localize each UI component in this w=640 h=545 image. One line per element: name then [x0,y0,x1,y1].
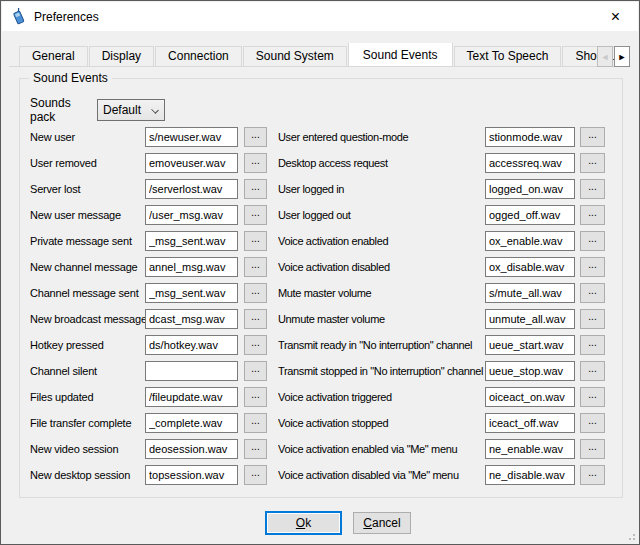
sound-event-row: Voice activation enabled via "Me" menu .… [278,436,624,462]
sound-file-input[interactable] [145,231,238,251]
sound-event-label: User removed [30,157,145,169]
sound-event-row: User entered question-mode ... [278,124,624,150]
tab-sound-events[interactable]: Sound Events [348,43,453,67]
sound-file-input[interactable] [485,309,575,329]
resize-grip[interactable] [626,531,636,541]
cancel-rest: ancel [372,516,401,530]
browse-button[interactable]: ... [580,153,605,173]
browse-button[interactable]: ... [244,153,267,173]
browse-button[interactable]: ... [580,387,605,407]
browse-button[interactable]: ... [580,127,605,147]
app-icon [10,8,27,25]
browse-button[interactable]: ... [244,231,267,251]
sound-file-input[interactable] [145,127,238,147]
tab-connection[interactable]: Connection [155,46,242,66]
sound-file-input[interactable] [145,179,238,199]
browse-button[interactable]: ... [580,439,605,459]
sound-file-input[interactable] [485,153,575,173]
sound-event-row: Channel message sent ... [30,280,268,306]
sound-event-row: Voice activation triggered ... [278,384,624,410]
sound-event-label: User entered question-mode [278,131,485,143]
sound-file-input[interactable] [145,335,238,355]
tab-display[interactable]: Display [89,46,154,66]
sound-file-input[interactable] [485,413,575,433]
sound-event-label: Transmit ready in "No interruption" chan… [278,339,485,351]
sound-event-row: Voice activation stopped ... [278,410,624,436]
tab-bar: General Display Connection Sound System … [9,43,631,67]
sound-file-input[interactable] [145,439,238,459]
browse-button[interactable]: ... [580,335,605,355]
sound-event-label: User logged in [278,183,485,195]
sound-file-input[interactable] [485,231,575,251]
browse-button[interactable]: ... [580,257,605,277]
sound-file-input[interactable] [145,465,238,485]
sounds-pack-row: Sounds pack Default [30,96,165,124]
sound-event-label: Voice activation enabled [278,235,485,247]
sound-file-input[interactable] [485,283,575,303]
cancel-mnemonic: C [363,516,372,530]
ok-button[interactable]: Ok [265,511,342,535]
browse-button[interactable]: ... [580,283,605,303]
sound-event-label: Mute master volume [278,287,485,299]
browse-button[interactable]: ... [244,179,267,199]
sound-event-label: Voice activation triggered [278,391,485,403]
browse-button[interactable]: ... [244,413,267,433]
browse-button[interactable]: ... [580,361,605,381]
sound-file-input[interactable] [485,127,575,147]
sound-file-input[interactable] [145,205,238,225]
tab-text-to-speech[interactable]: Text To Speech [454,46,562,66]
sound-file-input[interactable] [145,387,238,407]
sound-event-row: User removed ... [30,150,268,176]
sound-event-row: User logged out ... [278,202,624,228]
sound-file-input[interactable] [485,257,575,277]
browse-button[interactable]: ... [580,309,605,329]
sound-event-row: Server lost ... [30,176,268,202]
browse-button[interactable]: ... [580,413,605,433]
tab-scroll-right-icon[interactable]: ► [614,46,630,67]
tab-sound-system[interactable]: Sound System [243,46,347,66]
sound-file-input[interactable] [145,309,238,329]
sound-file-input[interactable] [145,413,238,433]
sound-event-row: Transmit stopped in "No interruption" ch… [278,358,624,384]
browse-button[interactable]: ... [580,465,605,485]
browse-button[interactable]: ... [244,205,267,225]
sound-event-label: Channel message sent [30,287,145,299]
sound-file-input[interactable] [145,153,238,173]
preferences-dialog: Preferences × General Display Connection… [0,0,640,545]
sound-file-input[interactable] [485,179,575,199]
browse-button[interactable]: ... [244,309,267,329]
browse-button[interactable]: ... [580,205,605,225]
browse-button[interactable]: ... [580,231,605,251]
sound-file-input[interactable] [485,387,575,407]
sounds-pack-value: Default [103,103,141,117]
sound-event-label: Server lost [30,183,145,195]
browse-button[interactable]: ... [244,465,267,485]
sound-file-input[interactable] [145,257,238,277]
sound-event-row: Mute master volume ... [278,280,624,306]
sound-file-input[interactable] [485,439,575,459]
browse-button[interactable]: ... [580,179,605,199]
browse-button[interactable]: ... [244,335,267,355]
sound-event-row: User logged in ... [278,176,624,202]
sound-event-row: Unmute master volume ... [278,306,624,332]
tab-general[interactable]: General [19,46,88,66]
sound-file-input[interactable] [485,205,575,225]
tab-scroll-left-icon[interactable]: ◄ [597,46,613,67]
ok-mnemonic: O [296,516,305,530]
sound-event-row: Desktop access request ... [278,150,624,176]
browse-button[interactable]: ... [244,439,267,459]
sound-event-label: New user message [30,209,145,221]
sound-file-input[interactable] [145,283,238,303]
sound-file-input[interactable] [485,361,575,381]
sounds-pack-dropdown[interactable]: Default [97,99,165,121]
browse-button[interactable]: ... [244,127,267,147]
sound-file-input[interactable] [485,335,575,355]
browse-button[interactable]: ... [244,283,267,303]
cancel-button[interactable]: Cancel [353,512,411,534]
sound-file-input[interactable] [145,361,238,381]
browse-button[interactable]: ... [244,257,267,277]
close-icon[interactable]: × [593,2,638,31]
browse-button[interactable]: ... [244,387,267,407]
browse-button[interactable]: ... [244,361,267,381]
sound-file-input[interactable] [485,465,575,485]
